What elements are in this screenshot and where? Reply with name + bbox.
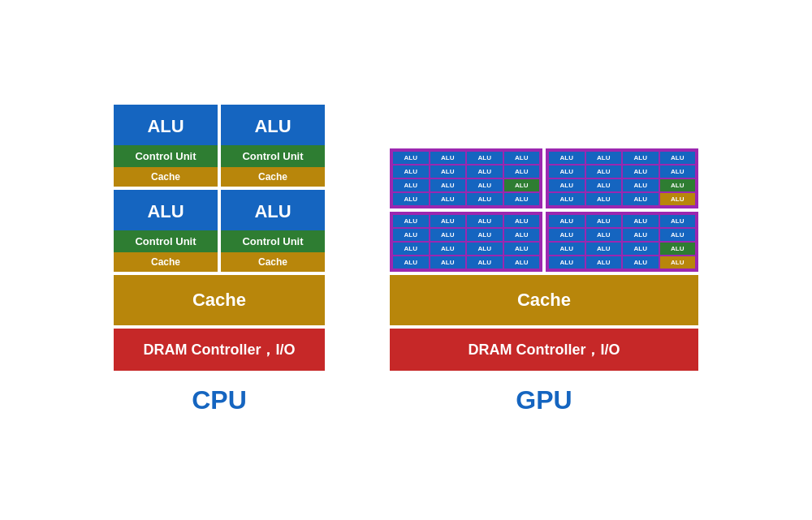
gpu-alu: ALU (393, 152, 429, 164)
gpu-label: GPU (516, 385, 572, 415)
gpu-alu: ALU (623, 243, 659, 255)
gpu-alu: ALU (586, 152, 622, 164)
cpu-core2-cache: Cache (221, 167, 325, 187)
gpu-alu-green: ALU (660, 179, 696, 191)
gpu-alu: ALU (623, 256, 659, 269)
gpu-alu: ALU (393, 179, 429, 191)
gpu-alu: ALU (504, 229, 540, 241)
gpu-section: ALU ALU ALU ALU ALU ALU ALU ALU ALU ALU (390, 148, 698, 415)
cpu-core1-alu: ALU (114, 105, 218, 145)
cpu-core1-control: Control Unit (114, 145, 218, 167)
gpu-diagram: ALU ALU ALU ALU ALU ALU ALU ALU ALU ALU (390, 148, 698, 371)
gpu-cluster-4: ALU ALU ALU ALU ALU ALU ALU ALU ALU ALU (546, 212, 698, 272)
gpu-cluster4-row4: ALU ALU ALU ALU (549, 256, 695, 269)
cpu-core1-cache: Cache (114, 167, 218, 187)
gpu-cluster2-row1: ALU ALU ALU ALU (549, 152, 695, 164)
gpu-alu: ALU (549, 243, 585, 255)
cpu-core-1: ALU Control Unit Cache (114, 105, 218, 187)
gpu-alu: ALU (549, 256, 585, 269)
gpu-alu: ALU (586, 179, 622, 191)
gpu-cluster-3: ALU ALU ALU ALU ALU ALU ALU ALU ALU ALU (390, 212, 542, 272)
gpu-alu: ALU (504, 243, 540, 255)
gpu-cluster4-row1: ALU ALU ALU ALU (549, 215, 695, 227)
gpu-alu: ALU (586, 215, 622, 227)
gpu-alu: ALU (430, 193, 466, 205)
gpu-alu: ALU (393, 243, 429, 255)
gpu-alu: ALU (549, 215, 585, 227)
cpu-core4-alu: ALU (221, 190, 325, 230)
cpu-core3-alu: ALU (114, 190, 218, 230)
cpu-core-2: ALU Control Unit Cache (221, 105, 325, 187)
gpu-cluster3-row3: ALU ALU ALU ALU (393, 243, 539, 255)
gpu-alu: ALU (467, 229, 503, 241)
cpu-core2-alu: ALU (221, 105, 325, 145)
gpu-alu: ALU (467, 165, 503, 178)
gpu-alu: ALU (430, 179, 466, 191)
gpu-alu: ALU (586, 193, 622, 205)
gpu-cluster4-row2: ALU ALU ALU ALU (549, 229, 695, 241)
gpu-cluster2-row3: ALU ALU ALU ALU (549, 179, 695, 191)
gpu-alu-green: ALU (660, 243, 696, 255)
gpu-alu: ALU (393, 256, 429, 269)
gpu-cluster2-row2: ALU ALU ALU ALU (549, 165, 695, 178)
gpu-alu: ALU (504, 152, 540, 164)
gpu-cluster1-row3: ALU ALU ALU ALU (393, 179, 539, 191)
gpu-alu: ALU (430, 152, 466, 164)
gpu-alu-gold: ALU (660, 256, 696, 269)
gpu-alu: ALU (623, 193, 659, 205)
gpu-alu: ALU (623, 152, 659, 164)
gpu-cluster2-row4: ALU ALU ALU ALU (549, 193, 695, 205)
gpu-alu: ALU (549, 193, 585, 205)
gpu-cluster1-row1: ALU ALU ALU ALU (393, 152, 539, 164)
cpu-core4-cache: Cache (221, 252, 325, 272)
gpu-alu-green: ALU (504, 179, 540, 191)
cpu-core-4: ALU Control Unit Cache (221, 190, 325, 272)
gpu-alu: ALU (623, 165, 659, 178)
gpu-cluster-2: ALU ALU ALU ALU ALU ALU ALU ALU ALU ALU (546, 148, 698, 208)
gpu-alu: ALU (586, 256, 622, 269)
cpu-core2-control: Control Unit (221, 145, 325, 167)
gpu-alu: ALU (430, 229, 466, 241)
gpu-alu: ALU (467, 256, 503, 269)
gpu-alu: ALU (467, 243, 503, 255)
gpu-alu: ALU (549, 179, 585, 191)
gpu-alu-gold: ALU (660, 193, 696, 205)
gpu-alu: ALU (430, 215, 466, 227)
gpu-alu: ALU (393, 229, 429, 241)
gpu-alu: ALU (586, 243, 622, 255)
gpu-alu: ALU (467, 193, 503, 205)
cpu-core3-cache: Cache (114, 252, 218, 272)
gpu-alu: ALU (549, 165, 585, 178)
cpu-shared-cache: Cache (114, 275, 325, 325)
gpu-dram: DRAM Controller，I/O (390, 329, 698, 371)
gpu-cluster3-row4: ALU ALU ALU ALU (393, 256, 539, 269)
cpu-core4-control: Control Unit (221, 230, 325, 252)
gpu-cluster3-row1: ALU ALU ALU ALU (393, 215, 539, 227)
cpu-section: ALU Control Unit Cache ALU Control Unit … (114, 105, 325, 415)
gpu-alu: ALU (549, 152, 585, 164)
gpu-alu: ALU (660, 215, 696, 227)
gpu-alu: ALU (623, 179, 659, 191)
gpu-cluster-1: ALU ALU ALU ALU ALU ALU ALU ALU ALU ALU (390, 148, 542, 208)
cpu-dram: DRAM Controller，I/O (114, 329, 325, 371)
gpu-alu: ALU (504, 165, 540, 178)
cpu-core-3: ALU Control Unit Cache (114, 190, 218, 272)
gpu-alu: ALU (504, 193, 540, 205)
gpu-alu: ALU (430, 256, 466, 269)
gpu-alu: ALU (660, 165, 696, 178)
gpu-alu: ALU (393, 193, 429, 205)
gpu-cluster4-row3: ALU ALU ALU ALU (549, 243, 695, 255)
cpu-core3-control: Control Unit (114, 230, 218, 252)
gpu-alu: ALU (467, 179, 503, 191)
gpu-alu: ALU (393, 215, 429, 227)
gpu-alu: ALU (467, 215, 503, 227)
gpu-alu: ALU (586, 229, 622, 241)
gpu-alu: ALU (393, 165, 429, 178)
gpu-alu: ALU (623, 215, 659, 227)
cpu-diagram: ALU Control Unit Cache ALU Control Unit … (114, 105, 325, 371)
gpu-shared-cache: Cache (390, 275, 698, 325)
gpu-alu: ALU (430, 165, 466, 178)
gpu-alu: ALU (504, 215, 540, 227)
gpu-alu: ALU (467, 152, 503, 164)
gpu-alu: ALU (504, 256, 540, 269)
